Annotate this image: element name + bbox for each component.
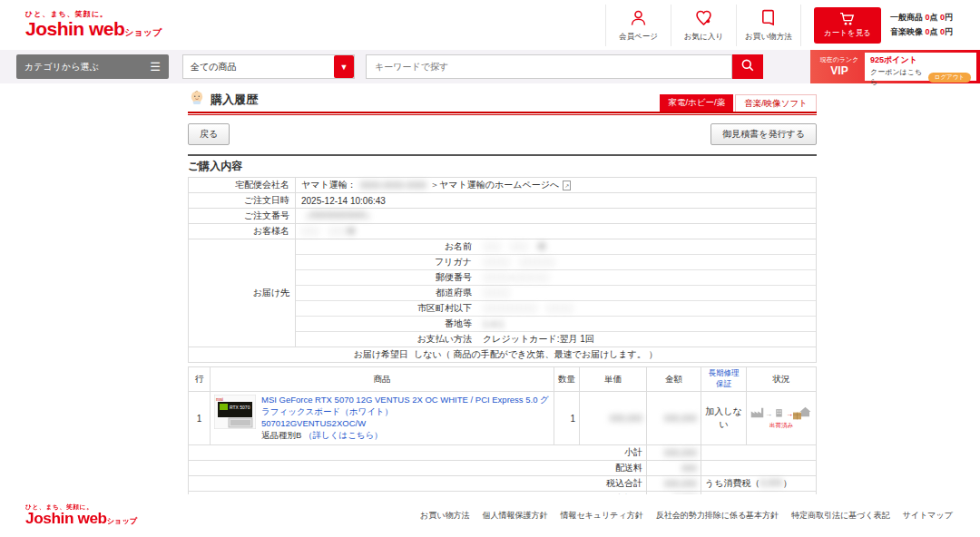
shipto-name-label: お名前 (296, 239, 477, 255)
back-button[interactable]: 戻る (188, 123, 230, 145)
item-qty: 1 (554, 392, 580, 445)
footer-link-commerce-law[interactable]: 特定商取引法に基づく表記 (791, 510, 890, 522)
member-rank-area: 現在のランク VIP 925ポイント クーポンはこちら ログアウト (810, 50, 980, 83)
shipping-row: 配送料 000 (189, 461, 817, 476)
rank-value: VIP (814, 64, 865, 77)
shipto-inner-table: お名前 〇〇 〇〇 様 フリガナ 〇〇〇 〇〇〇〇 郵便番号 〇〇〇-〇〇〇〇 … (296, 239, 816, 347)
carrier-label: 宅配便会社名 (189, 178, 296, 193)
issue-quote-button[interactable]: 御見積書を発行する (710, 123, 817, 145)
shipto-row: お届け先 お名前 〇〇 〇〇 様 フリガナ 〇〇〇 〇〇〇〇 郵便番号 〇〇〇-… (189, 239, 817, 347)
tab-appliance-hobby[interactable]: 家電/ホビー/薬 (660, 94, 733, 112)
wish-date-row: お届け希望日 しない（ 商品の手配ができ次第、最速でお届けします。 ） (189, 347, 817, 363)
svg-text:RTX 5070: RTX 5070 (230, 405, 250, 410)
footer-link-antisocial[interactable]: 反社会的勢力排除に係る基本方針 (656, 510, 779, 522)
header-nav: 会員ページ お気に入り お買い物方法 カートを見る 一般商品 0点 0円 (605, 5, 953, 46)
footer-link-shopping[interactable]: お買い物方法 (420, 510, 469, 522)
carrier-homepage-link[interactable]: ＞ヤマト運輸のホームページへ (430, 179, 559, 191)
footer-link-privacy[interactable]: 個人情報保護方針 (482, 510, 547, 522)
nav-shopping-guide[interactable]: お買い物方法 (736, 5, 801, 46)
site-footer: ひと、まち、笑顔に。 Joshin webショップ お買い物方法 個人情報保護方… (0, 494, 980, 537)
shipto-name-redacted: 〇〇 〇〇 様 (483, 241, 546, 251)
wish-date-value: しない（ 商品の手配ができ次第、最速でお届けします。 ） (414, 348, 658, 361)
search-button[interactable] (732, 54, 763, 79)
subtotal-redacted: 000,000 (664, 448, 697, 458)
footer-link-security[interactable]: 情報セキュリティ方針 (560, 510, 642, 522)
nav-favorites[interactable]: お気に入り (671, 5, 736, 46)
page-title: 購入履歴 (188, 89, 258, 112)
shipto-furigana-label: フリガナ (296, 255, 477, 270)
view-cart-button[interactable]: カートを見る (814, 7, 881, 44)
shipto-zip-redacted: 〇〇〇-〇〇〇〇 (483, 272, 549, 282)
factory-icon (750, 407, 764, 420)
order-number-redacted: （00000000000） (301, 210, 375, 220)
nav-member-page[interactable]: 会員ページ (605, 5, 671, 46)
coupon-link[interactable]: クーポンはこちら (870, 67, 925, 87)
category-menu-button[interactable]: カテゴリから選ぶ ☰ (16, 54, 169, 79)
order-date-value: 2025-12-14 10:06:43 (296, 193, 817, 209)
product-name-link[interactable]: MSI GeForce RTX 5070 12G VENTUS 2X OC WH… (261, 395, 549, 428)
user-icon (629, 15, 648, 30)
section-title: ご購入内容 (188, 154, 817, 177)
points-box: 925ポイント クーポンはこちら ログアウト (865, 53, 976, 81)
site-header: ひと、まち、笑顔に。 Joshin webショップ 会員ページ お気に入り お買… (0, 0, 980, 50)
shipping-label: 配送料 (189, 461, 647, 476)
search-scope-select[interactable]: 全ての商品 ▼ (182, 54, 355, 79)
footer-link-sitemap[interactable]: サイトマップ (903, 510, 953, 522)
shipto-banchi-label: 番地等 (296, 317, 477, 332)
header-line: 行 (189, 367, 211, 392)
order-number-label: ご注文番号 (189, 209, 296, 224)
category-tabs: 家電/ホビー/薬 音楽/映像ソフト (660, 94, 817, 112)
external-link-icon[interactable]: ↗ (563, 181, 571, 190)
tax-total-label: 税込合計 (189, 476, 647, 492)
header-product: 商品 (211, 367, 554, 392)
title-row: 購入履歴 家電/ホビー/薬 音楽/映像ソフト (188, 89, 817, 112)
payment-value: クレジットカード:翌月 1回 (477, 332, 816, 347)
main-content: 購入履歴 家電/ホビー/薬 音楽/映像ソフト 戻る 御見積書を発行する ご購入内… (188, 89, 817, 537)
purchase-history-icon (188, 89, 206, 110)
order-info-table: 宅配便会社名 ヤマト運輸： 0000-0000-0000 ＞ヤマト運輸のホームペ… (188, 177, 817, 363)
shipto-furigana-redacted: 〇〇〇 〇〇〇〇 (483, 257, 555, 267)
item-row: 1 msiRTX 5070 MSI GeForce RTX 5070 12G V… (189, 392, 817, 445)
footer-logo[interactable]: ひと、まち、笑顔に。 Joshin webショップ (25, 504, 137, 527)
status-text: 出荷済み (750, 422, 812, 430)
search-input[interactable] (366, 54, 732, 79)
logout-button[interactable]: ログアウト (928, 73, 971, 83)
carrier-name: ヤマト運輸： (301, 179, 357, 191)
shipto-pref-label: 都道府県 (296, 286, 477, 301)
tab-music-video[interactable]: 音楽/映像ソフト (735, 94, 817, 112)
payment-label: お支払い方法 (296, 332, 477, 347)
heart-icon (694, 15, 713, 30)
carrier-row: 宅配便会社名 ヤマト運輸： 0000-0000-0000 ＞ヤマト運輸のホームペ… (189, 178, 817, 193)
order-date-row: ご注文日時 2025-12-14 10:06:43 (189, 193, 817, 209)
customer-row: お客様名 〇〇 〇〇様 (189, 224, 817, 239)
nav-guide-label: お買い物方法 (737, 32, 800, 43)
customer-label: お客様名 (189, 224, 296, 239)
shipto-label: お届け先 (189, 239, 296, 347)
return-detail-link[interactable]: （詳しくはこちら） (304, 430, 383, 440)
cart-summary-general: 一般商品 0点 0円 (890, 11, 953, 24)
item-warranty: 加入しない (701, 392, 747, 445)
shipto-banchi-redacted: 1-4-1 (483, 319, 504, 329)
return-type: 返品種別B (261, 430, 301, 440)
site-logo[interactable]: ひと、まち、笑顔に。 Joshin webショップ (25, 11, 162, 38)
shipping-redacted: 000 (681, 464, 697, 474)
cart-button-label: カートを見る (824, 28, 871, 39)
tax-note-post: ） (783, 478, 792, 488)
product-thumbnail: msiRTX 5070 (214, 395, 256, 431)
rank-label: 現在のランク VIP (814, 56, 865, 77)
hamburger-icon: ☰ (150, 61, 161, 73)
order-date-label: ご注文日時 (189, 193, 296, 209)
svg-text:msi: msi (216, 396, 223, 402)
logo-suffix: ショップ (124, 27, 162, 37)
delivery-icon (794, 406, 812, 421)
shipto-zip-label: 郵便番号 (296, 270, 477, 286)
guide-icon (759, 15, 778, 30)
warehouse-icon (773, 407, 785, 420)
tax-note-pre: うち消費税（ (705, 478, 760, 488)
nav-favorites-label: お気に入り (671, 32, 736, 43)
logo-name: Joshin web (25, 18, 124, 39)
header-warranty-link[interactable]: 長期修理保証 (701, 367, 747, 392)
subtotal-row: 小計 000,000 (189, 445, 817, 461)
items-header-row: 行 商品 数量 単価 金額 長期修理保証 状況 (189, 367, 817, 392)
shipto-pref-redacted: 〇〇〇 (483, 288, 510, 298)
